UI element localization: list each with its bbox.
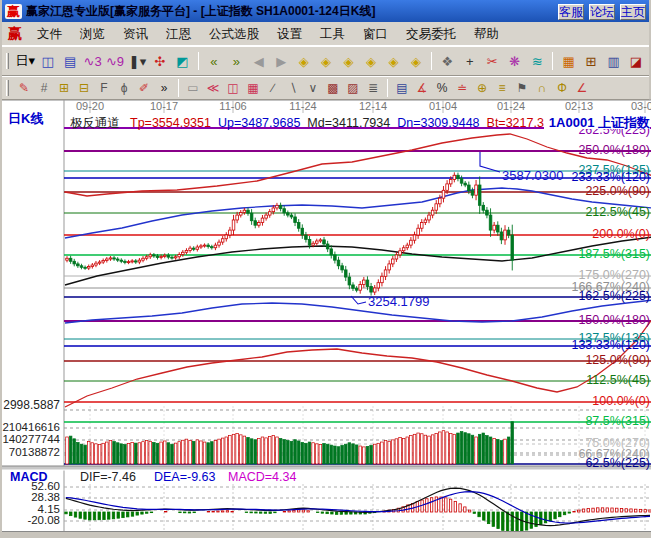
period-label[interactable]: 日K线 <box>8 110 43 128</box>
cut-tool-button[interactable]: ✂ <box>481 51 503 72</box>
price-grid-button[interactable]: ▩ <box>323 79 343 97</box>
menu-logo-icon: 赢 <box>8 25 22 43</box>
percent-button[interactable]: % <box>432 79 452 97</box>
toolbar-grip[interactable] <box>6 80 9 96</box>
titlebar: 赢 赢家江恩专业版[赢家服务平台] - [上证指数 SH1A0001-124日K… <box>2 0 649 22</box>
save-button[interactable]: ◪ <box>625 51 647 72</box>
percent-lines-button[interactable]: ≐ <box>452 79 472 97</box>
gann-nav-left-button[interactable]: ◈ <box>337 51 359 72</box>
date-tick-label: 12-14 <box>359 100 387 112</box>
macd-panel-title[interactable]: MACD <box>10 470 48 484</box>
arc-tool-button[interactable]: ∩ <box>532 79 552 97</box>
menu-item-2[interactable]: 资讯 <box>114 25 157 43</box>
period-day-button[interactable]: 日▾ <box>14 51 36 72</box>
gann-gold-grid2-button[interactable]: ⊟ <box>74 79 94 97</box>
menu-item-4[interactable]: 公式选股 <box>200 25 268 43</box>
app-logo-icon: 赢 <box>5 4 22 19</box>
more-tools-button[interactable]: » <box>154 79 174 97</box>
info-list-icon[interactable]: ▤ <box>59 51 81 72</box>
gold-lines-button[interactable]: ≡ <box>492 79 512 97</box>
toolbar-main: 日▾◫▤∿3∿9❚▾✣◩«»◀▶◈◈◈◈◈◈❖+✂❋≋▦⊞▥◪ <box>2 46 649 76</box>
candle-style-button[interactable]: ❚▾ <box>126 51 148 72</box>
percent-angle-button[interactable]: ∡ <box>412 79 432 97</box>
indicator-value-0: Tp=3554.9351 <box>130 116 211 130</box>
hand-tool-button[interactable]: ❖ <box>436 51 458 72</box>
titlebar-button-0[interactable]: 客服 <box>558 4 584 20</box>
macd-panel <box>64 487 651 532</box>
gann-level-label: 62.5%(225) <box>585 456 650 470</box>
menu-item-8[interactable]: 交易委托 <box>397 25 465 43</box>
gann-nav-back-button[interactable]: ◈ <box>292 51 314 72</box>
symbol-label[interactable]: 1A0001 上证指数 <box>544 114 650 129</box>
gold-circle-button[interactable]: ⊕ <box>472 79 492 97</box>
last-bar-button[interactable]: » <box>225 51 247 72</box>
chart-region[interactable]: 09-2010-1711-0611-2412-1401-0401-2402-13… <box>2 100 651 538</box>
gann-level-label: 200.0%(0) <box>592 227 650 241</box>
macd-hist-value: MACD=4.34 <box>228 470 296 484</box>
toolbar-separator <box>178 79 179 97</box>
menu-item-9[interactable]: 帮助 <box>465 25 508 43</box>
next-bar-button[interactable]: ▶ <box>270 51 292 72</box>
spiral-button[interactable]: ϕ <box>114 79 134 97</box>
prev-bar-button[interactable]: ◀ <box>248 51 270 72</box>
board-icon[interactable]: ◫ <box>36 51 58 72</box>
gann-nav-cross-button[interactable]: ◈ <box>382 51 404 72</box>
gann-flower-button[interactable]: ❋ <box>503 51 525 72</box>
date-tick-label: 11-06 <box>219 100 246 112</box>
wave-3-icon[interactable]: ∿3 <box>81 51 103 72</box>
trend-line-button[interactable]: ∕ <box>263 79 283 97</box>
titlebar-button-2[interactable]: 主页 <box>620 4 646 20</box>
toolbar-separator <box>552 52 553 70</box>
box-grid-button[interactable]: ▦ <box>243 79 263 97</box>
wave-9-icon[interactable]: ∿9 <box>104 51 126 72</box>
menu-item-0[interactable]: 文件 <box>28 25 71 43</box>
indicator-value-3: Dn=3309.9448 <box>397 116 479 130</box>
box-fan-button[interactable]: ◫ <box>223 79 243 97</box>
titlebar-button-1[interactable]: 论坛 <box>589 4 615 20</box>
notepad-button[interactable]: ▥ <box>602 51 624 72</box>
app-window: 赢 赢家江恩专业版[赢家服务平台] - [上证指数 SH1A0001-124日K… <box>0 0 651 538</box>
price-axis-label: 2998.5887 <box>3 398 60 412</box>
calendar-button[interactable]: ▦ <box>557 51 579 72</box>
pen-grid-button[interactable]: ✐ <box>134 79 154 97</box>
gann-gold-grid-button[interactable]: ⊞ <box>54 79 74 97</box>
gold-ratio-button[interactable]: Φ <box>552 79 572 97</box>
rect-tool-button[interactable]: ▭ <box>183 79 203 97</box>
down-line-button[interactable]: ∖ <box>283 79 303 97</box>
fan-lines-button[interactable]: ≪ <box>203 79 223 97</box>
menu-item-7[interactable]: 窗口 <box>354 25 397 43</box>
pen-tool-button[interactable]: ✎ <box>14 79 34 97</box>
fibonacci-button[interactable]: F <box>94 79 114 97</box>
flag-pen-button[interactable]: ⚑ <box>512 79 532 97</box>
gann-nav-center-button[interactable]: ◈ <box>405 51 427 72</box>
menu-item-1[interactable]: 浏览 <box>71 25 114 43</box>
grid-axis-button[interactable]: ▨ <box>343 79 363 97</box>
calculator-button[interactable]: ⊞ <box>580 51 602 72</box>
date-tick-label: 10-17 <box>150 100 178 112</box>
first-bar-button[interactable]: « <box>203 51 225 72</box>
date-tick-label: 01-04 <box>429 100 457 112</box>
indicator-value-2: Md=3411.7934 <box>307 116 390 130</box>
zigzag-button[interactable]: ∨ <box>303 79 323 97</box>
angle-tool-button[interactable]: ∠ <box>572 79 592 97</box>
macd-axis-label: 28.38 <box>31 491 60 503</box>
gann-level-label: 162.5%(225) <box>578 289 650 303</box>
menubar: 赢 文件浏览资讯江恩公式选股设置工具窗口交易委托帮助 <box>2 22 649 46</box>
gann-wheel-icon[interactable]: ✣ <box>149 51 171 72</box>
gann-level-label: 187.5%(315) <box>578 247 650 261</box>
scale-ruler-button[interactable]: ▤ <box>392 79 412 97</box>
grid-layer <box>2 100 651 531</box>
gann-nav-forward-button[interactable]: ◈ <box>315 51 337 72</box>
menu-item-5[interactable]: 设置 <box>268 25 311 43</box>
gann-level-label: 112.5%(45) <box>586 373 650 387</box>
toolbar-grip[interactable] <box>6 53 9 69</box>
menu-item-6[interactable]: 工具 <box>311 25 354 43</box>
color-chart-icon[interactable]: ◩ <box>171 51 193 72</box>
menu-item-3[interactable]: 江恩 <box>157 25 200 43</box>
titlebar-buttons: 客服论坛主页 <box>553 2 646 20</box>
grid-lines-button[interactable]: # <box>34 79 54 97</box>
gann-nav-right-button[interactable]: ◈ <box>360 51 382 72</box>
wave-ruler-button[interactable]: ≋ <box>526 51 548 72</box>
multi-line-button[interactable]: ≣ <box>363 79 383 97</box>
crosshair-tool-button[interactable]: + <box>459 51 481 72</box>
